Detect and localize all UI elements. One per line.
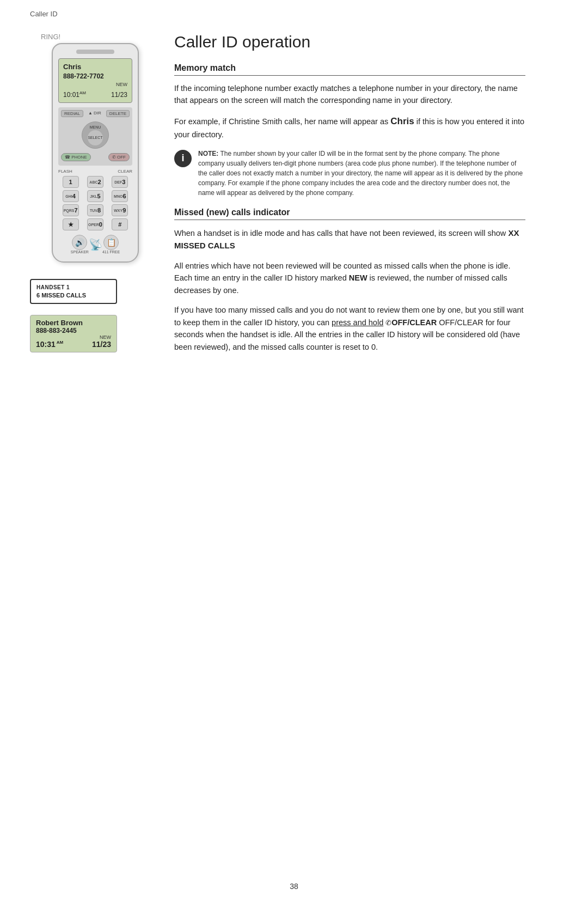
key-7: PQRS7 [63, 204, 79, 216]
flash-clear-row: FLASH CLEAR [58, 169, 132, 174]
speaker-group: 🔊 SPEAKER [71, 235, 89, 254]
key-0: OPER0 [87, 218, 103, 230]
note-label: NOTE: [198, 150, 218, 157]
key-8: TUV8 [87, 204, 103, 216]
left-column: RING! Chris 888-722-7702 NEW 10:01AM 11/… [30, 33, 161, 352]
note-body: The number shown by your caller ID will … [198, 150, 523, 197]
redial-btn: REDIAL [61, 110, 83, 117]
screen-new-label: NEW [63, 81, 127, 88]
key-5: JKL5 [87, 190, 103, 202]
antenna-group: 📡 [89, 238, 102, 251]
breadcrumb: Caller ID [30, 10, 58, 18]
section2-paragraph3: If you have too many missed calls and yo… [174, 304, 525, 353]
screen-time: 10:01AM [63, 90, 86, 100]
select-btn: SELECT [88, 130, 103, 145]
off-clear-label: OFF/CLEAR [391, 318, 437, 327]
second-screen-time-row: 10:31 AM 11/23 [36, 340, 111, 349]
screen-caller-number: 888-722-7702 [63, 72, 127, 81]
section1-paragraph2: For example, if Christine Smith calls, h… [174, 114, 525, 141]
free411-label: 411 FREE [102, 250, 120, 254]
key-9: WXY9 [112, 204, 128, 216]
handset-screen: Chris 888-722-7702 NEW 10:01AM 11/23 [58, 58, 132, 103]
bottom-keys-row: 🔊 SPEAKER 📡 📋 411 FREE [66, 235, 124, 254]
missed-handset-label: HANDSET 1 [36, 284, 111, 290]
keys-row-4: ★ OPER0 # [58, 218, 132, 230]
key-star: ★ [63, 218, 79, 230]
free411-group: 📋 411 FREE [102, 235, 120, 254]
delete-btn: DELETE [106, 110, 130, 117]
keys-row-3: PQRS7 TUV8 WXY9 [58, 204, 132, 216]
key-3: DEF3 [112, 176, 128, 188]
second-screen-time: 10:31 AM [36, 340, 63, 349]
flash-label: FLASH [58, 169, 72, 174]
note-text: NOTE: The number shown by your caller ID… [198, 149, 525, 198]
key-6: MNO6 [112, 190, 128, 202]
second-screen-name: Robert Brown [36, 319, 111, 327]
page-title: Caller ID operation [174, 33, 525, 51]
section2-paragraph2: All entries which have not been reviewed… [174, 260, 525, 296]
screen-caller-name: Chris [63, 62, 127, 72]
off-btn: ✆ OFF [108, 153, 130, 161]
section1-paragraph1: If the incoming telephone number exactly… [174, 82, 525, 107]
ring-label: RING! [41, 33, 60, 41]
paragraph1-part1: When a handset is in idle mode and has c… [174, 229, 508, 238]
note-box: i NOTE: The number shown by your caller … [174, 149, 525, 198]
section2-heading: Missed (new) calls indicator [174, 208, 525, 220]
section1-heading: Memory match [174, 63, 525, 76]
phone-btn: ☎ PHONE [61, 153, 91, 161]
info-icon: i [174, 150, 192, 167]
handset-device: Chris 888-722-7702 NEW 10:01AM 11/23 RED… [52, 43, 139, 263]
free411-btn: 📋 [103, 235, 119, 250]
paragraph2-part1: For example, if Christine Smith calls, h… [174, 117, 390, 126]
key-1: 1 [63, 176, 79, 188]
number-keys: 1 ABC2 DEF3 GHI4 JKL5 [58, 176, 132, 233]
nav-center-circle: MENU SELECT [82, 121, 109, 149]
right-column: Caller ID operation Memory match If the … [174, 33, 555, 361]
menu-label: MENU [90, 125, 101, 129]
handset-top-bar [76, 50, 114, 54]
second-screen-box: Robert Brown 888-883-2445 NEW 10:31 AM 1… [30, 315, 117, 352]
key-4: GHI4 [63, 190, 79, 202]
second-screen-new: NEW [36, 334, 111, 340]
handset-nav-area: REDIAL ▲ DIR DELETE MENU SELECT ☎ PHONE … [58, 107, 132, 166]
nav-top-row: REDIAL ▲ DIR DELETE [61, 110, 130, 117]
speaker-label: SPEAKER [71, 250, 89, 254]
chris-name: Chris [390, 116, 414, 126]
dir-label: ▲ DIR [87, 110, 103, 117]
missed-count-label: 6 MISSED CALLS [36, 292, 111, 299]
screen-date: 11/23 [111, 90, 127, 100]
new-bold-text: NEW [349, 273, 367, 282]
section2-paragraph1: When a handset is in idle mode and has c… [174, 227, 525, 252]
press-and-hold: press and hold [332, 318, 383, 327]
antenna-icon: 📡 [89, 238, 102, 251]
speaker-btn: 🔊 [72, 235, 87, 250]
clear-label: CLEAR [118, 169, 132, 174]
screen-am: AM [79, 90, 86, 95]
second-screen-date: 11/23 [92, 340, 111, 349]
handset-illustration: RING! Chris 888-722-7702 NEW 10:01AM 11/… [30, 33, 161, 263]
keys-row-1: 1 ABC2 DEF3 [58, 176, 132, 188]
screen-time-row: 10:01AM 11/23 [63, 90, 127, 100]
second-screen-number: 888-883-2445 [36, 327, 111, 334]
page-number: 38 [290, 882, 298, 891]
key-2: ABC2 [87, 176, 103, 188]
keys-row-2: GHI4 JKL5 MNO6 [58, 190, 132, 202]
missed-calls-box: HANDSET 1 6 MISSED CALLS [30, 279, 117, 304]
key-pound: # [112, 218, 128, 230]
off-icon-inline: ✆ [385, 319, 391, 327]
nav-bottom-row: ☎ PHONE ✆ OFF [61, 153, 130, 161]
